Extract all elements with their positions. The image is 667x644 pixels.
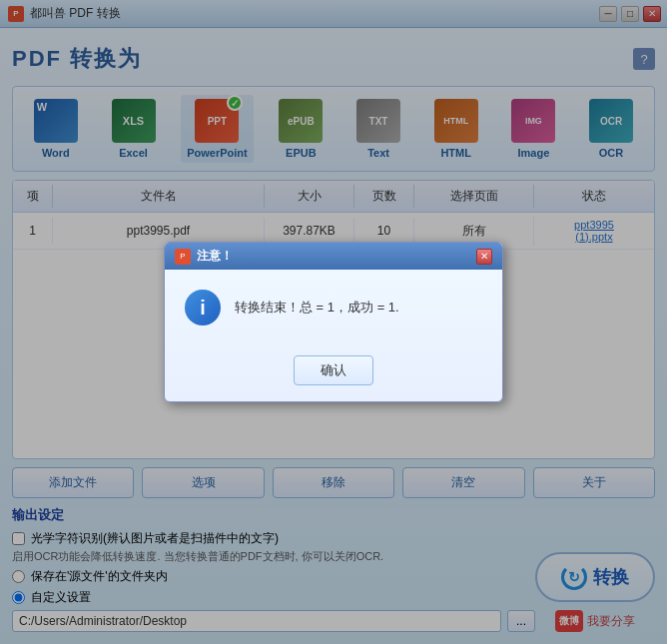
modal-footer: 确认 [165,345,502,401]
modal-body: i 转换结束！总 = 1，成功 = 1. [165,270,502,345]
modal-ok-button[interactable]: 确认 [294,355,373,385]
modal-title-content: P 注意！ [175,248,233,265]
modal-dialog: P 注意！ ✕ i 转换结束！总 = 1，成功 = 1. 确认 [164,242,503,402]
modal-titlebar: P 注意！ ✕ [165,243,502,270]
info-icon: i [185,290,221,325]
modal-app-icon: P [175,249,191,265]
modal-title: 注意！ [197,248,233,265]
modal-message: 转换结束！总 = 1，成功 = 1. [235,298,399,318]
modal-close-button[interactable]: ✕ [476,249,492,265]
modal-overlay: P 注意！ ✕ i 转换结束！总 = 1，成功 = 1. 确认 [0,0,667,644]
